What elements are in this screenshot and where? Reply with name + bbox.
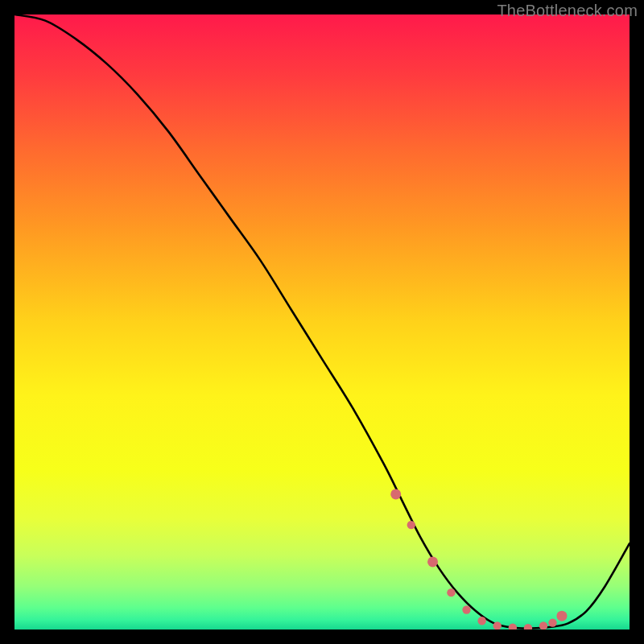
- chart-svg: [14, 14, 630, 630]
- marker-dot: [556, 611, 567, 621]
- marker-dot: [462, 605, 470, 613]
- marker-dot: [407, 521, 415, 529]
- plot-area: [14, 14, 630, 630]
- marker-dot: [390, 489, 401, 499]
- marker-dot: [447, 588, 455, 597]
- outer-frame: TheBottleneck.com: [0, 0, 644, 644]
- gradient-bg: [14, 14, 630, 630]
- watermark-text: TheBottleneck.com: [497, 2, 638, 20]
- marker-dot: [477, 617, 485, 625]
- marker-dot: [427, 556, 438, 567]
- marker-dot: [548, 618, 556, 626]
